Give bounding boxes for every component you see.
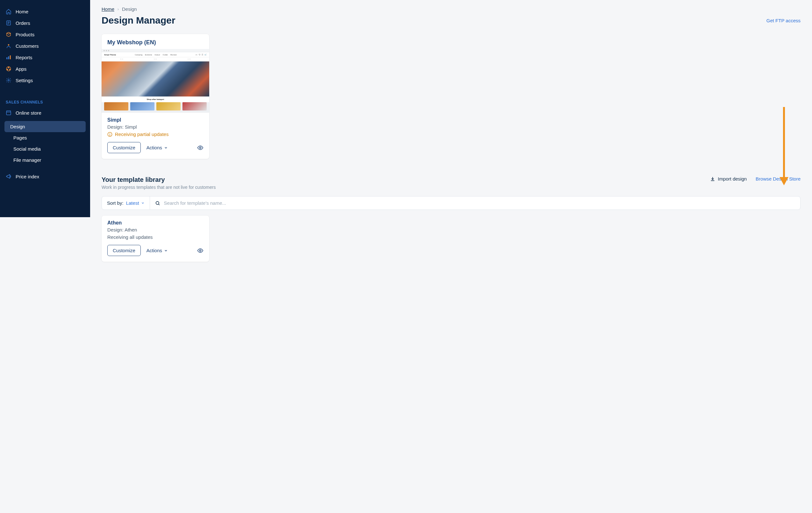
sidebar-item-home[interactable]: Home (0, 6, 90, 17)
import-design-button[interactable]: Import design (710, 176, 747, 181)
settings-icon (6, 77, 11, 83)
svg-line-18 (158, 204, 160, 205)
svg-point-10 (7, 69, 8, 70)
chevron-right-icon: › (117, 7, 119, 11)
sidebar-item-price-index[interactable]: Price index (0, 171, 90, 182)
shop-update-status: Receiving partial updates (107, 132, 203, 137)
preview-brand: Simpl Theme (104, 54, 116, 56)
sidebar-item-label: Settings (16, 78, 33, 83)
svg-rect-6 (8, 56, 9, 59)
breadcrumb-home[interactable]: Home (102, 6, 114, 12)
sidebar-item-online-store[interactable]: Online store (0, 107, 90, 118)
sidebar-item-label: Online store (16, 110, 41, 116)
svg-point-17 (156, 201, 158, 204)
template-design-line: Design: Athen (107, 227, 203, 232)
products-icon (6, 31, 11, 37)
sidebar-item-label: Design (10, 124, 25, 129)
svg-point-11 (9, 69, 10, 70)
template-search-input[interactable] (164, 200, 795, 206)
sidebar: Home Orders Products Customers Reports A… (0, 0, 90, 217)
sidebar-item-customers[interactable]: Customers (0, 40, 90, 52)
apps-icon (6, 66, 11, 72)
sidebar-subitem-file-manager[interactable]: File manager (0, 154, 90, 166)
sidebar-section-label: SALES CHANNELS (0, 94, 90, 107)
sidebar-item-label: Social media (13, 146, 41, 151)
preview-category-label: Shop efter kategori (102, 96, 209, 102)
svg-point-16 (200, 147, 201, 148)
page-title: Design Manager (102, 15, 175, 26)
preview-eye-icon[interactable] (197, 248, 203, 254)
main-content: Home › Design Design Manager Get FTP acc… (90, 0, 812, 513)
sidebar-item-apps[interactable]: Apps (0, 63, 90, 75)
sidebar-item-label: Orders (16, 20, 30, 26)
template-theme-name: Athen (107, 220, 203, 226)
library-subtitle: Work in progress templates that are not … (102, 185, 215, 190)
home-icon (6, 8, 11, 14)
customers-icon (6, 43, 11, 49)
megaphone-icon (6, 174, 11, 179)
sidebar-subitem-design[interactable]: Design (4, 121, 86, 132)
sidebar-item-label: Reports (16, 55, 32, 60)
svg-point-9 (8, 67, 9, 68)
sidebar-subitem-pages[interactable]: Pages (0, 132, 90, 143)
sidebar-item-label: Home (16, 9, 28, 14)
sidebar-subitem-social-media[interactable]: Social media (0, 143, 90, 154)
search-icon (155, 201, 160, 206)
svg-point-19 (200, 250, 201, 251)
annotation-arrow-icon (780, 107, 788, 185)
sidebar-item-label: Price index (16, 174, 39, 179)
actions-dropdown[interactable]: Actions (146, 145, 168, 150)
breadcrumb-current: Design (122, 6, 137, 12)
sort-label: Sort by: (107, 200, 123, 206)
shop-theme-name: Simpl (107, 117, 203, 123)
template-update-status: Receiving all updates (107, 234, 203, 240)
sidebar-item-label: Products (16, 32, 34, 37)
theme-preview-image: Simpl Theme Camping Extreme Indoor Outle… (102, 49, 209, 113)
customize-button[interactable]: Customize (107, 245, 141, 256)
sidebar-item-label: Pages (13, 135, 27, 140)
preview-eye-icon[interactable] (197, 145, 203, 151)
browse-design-store-link[interactable]: Browse Design Store (756, 176, 801, 181)
chevron-down-icon (141, 201, 145, 205)
chevron-down-icon (164, 249, 168, 253)
sidebar-item-settings[interactable]: Settings (0, 75, 90, 86)
orders-icon (6, 20, 11, 26)
sort-dropdown[interactable]: Latest (126, 200, 145, 206)
reports-icon (6, 54, 11, 60)
sidebar-item-orders[interactable]: Orders (0, 17, 90, 29)
sidebar-item-label: File manager (13, 157, 41, 163)
download-icon (710, 176, 715, 181)
sidebar-item-products[interactable]: Products (0, 29, 90, 40)
sidebar-item-reports[interactable]: Reports (0, 52, 90, 63)
filter-bar: Sort by: Latest (102, 196, 801, 210)
svg-rect-5 (6, 57, 7, 59)
library-title: Your template library (102, 176, 215, 183)
get-ftp-access-link[interactable]: Get FTP access (766, 18, 801, 23)
store-icon (6, 110, 11, 116)
sidebar-item-label: Apps (16, 66, 26, 72)
svg-rect-7 (10, 55, 11, 59)
svg-point-15 (110, 135, 110, 135)
template-card: Athen Design: Athen Receiving all update… (102, 216, 209, 262)
customize-button[interactable]: Customize (107, 142, 141, 153)
svg-point-12 (8, 80, 9, 81)
shop-theme-card: My Webshop (EN) Simpl Theme Camping Extr… (102, 34, 209, 159)
chevron-down-icon (164, 146, 168, 150)
shop-card-title: My Webshop (EN) (102, 34, 209, 49)
sidebar-item-label: Customers (16, 43, 39, 49)
shop-design-line: Design: Simpl (107, 124, 203, 130)
svg-point-4 (8, 44, 9, 46)
actions-dropdown[interactable]: Actions (146, 248, 168, 253)
breadcrumb: Home › Design (102, 6, 801, 12)
warning-icon (107, 132, 112, 137)
